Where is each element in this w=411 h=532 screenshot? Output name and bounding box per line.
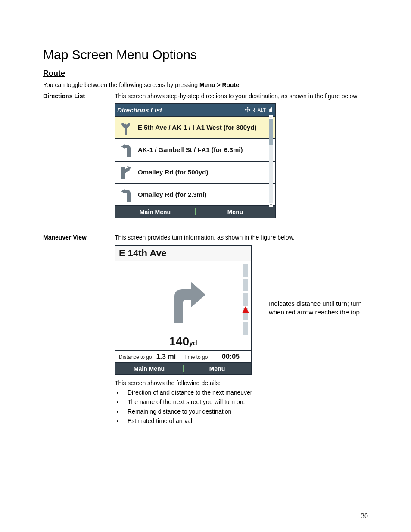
svg-rect-2 [270,109,271,112]
footer-menu-button[interactable]: Menu [196,206,275,218]
term-directions-list: Directions List [43,93,115,100]
status-bar: ALT [245,107,273,113]
maneuver-caption: Indicates distance until turn; turn when… [269,299,368,317]
distance-to-go-value: 1.3 mi [156,353,176,361]
term-maneuver-view: Maneuver View [43,234,115,241]
time-to-go-label: Time to go [184,354,208,360]
turn-progress-bar [243,264,248,336]
directions-list-header: Directions List ALT [115,104,275,116]
maneuver-info-bar: Distance to go 1.3 mi Time to go 00:05 [115,350,251,362]
ramp-right-icon [119,165,132,180]
figure-maneuver-view: E 14th Ave 140yd Distanc [115,245,252,375]
details-item: Direction of and distance to the next ma… [123,389,368,396]
figure-directions-list: Directions List ALT [115,103,276,218]
section-heading-route: Route [43,69,368,78]
bluetooth-icon [252,107,256,113]
route-intro-bold: Menu > Route [199,81,239,88]
direction-row-text: AK-1 / Gambell St / I-A1 (for 6.3mi) [136,143,275,156]
details-item: The name of the next street you will tur… [123,398,368,405]
merge-icon [119,120,132,135]
maneuver-canvas [115,261,251,339]
details-list: Direction of and distance to the next ma… [115,389,368,424]
distance-to-go-label: Distance to go [119,354,152,360]
svg-rect-3 [271,107,272,112]
progress-marker-icon [242,306,249,314]
direction-row[interactable]: E 5th Ave / AK-1 / I-A1 West (for 800yd) [115,116,275,138]
time-to-go-value: 00:05 [222,353,240,361]
desc-maneuver-view: This screen provides turn information, a… [115,234,368,241]
scroll-thumb[interactable] [269,119,273,145]
route-intro: You can toggle between the following scr… [43,81,368,88]
desc-directions-list: This screen shows step-by-step direction… [115,93,368,100]
page-number: 30 [361,512,368,520]
maneuver-footer: Main Menu Menu [115,362,251,374]
svg-rect-1 [269,109,270,112]
directions-list-header-title: Directions List [117,106,162,114]
direction-row-text: E 5th Ave / AK-1 / I-A1 West (for 800yd) [136,121,275,134]
footer-menu-button[interactable]: Menu [184,363,251,374]
footer-main-menu-button[interactable]: Main Menu [115,206,195,218]
status-alt-label: ALT [258,107,266,112]
direction-row-text: Omalley Rd (for 500yd) [136,166,275,178]
route-intro-prefix: You can toggle between the following scr… [43,81,199,88]
svg-rect-0 [268,110,268,112]
route-intro-suffix: . [239,81,241,88]
direction-row[interactable]: AK-1 / Gambell St / I-A1 (for 6.3mi) [115,138,275,161]
direction-row[interactable]: Omalley Rd (for 500yd) [115,161,275,183]
details-intro: This screen shows the following details: [115,380,368,386]
maneuver-street-name: E 14th Ave [115,246,251,261]
scroll-down-icon[interactable]: ▼ [269,203,273,207]
turn-left-icon [119,187,132,202]
directions-list-footer: Main Menu Menu [115,205,275,218]
details-item: Remaining distance to your destination [123,408,368,415]
scroll-up-icon[interactable]: ▲ [269,115,273,119]
direction-row-text: Omalley Rd (for 2.3mi) [136,188,275,201]
footer-main-menu-button[interactable]: Main Menu [115,363,183,374]
turn-left-icon [119,142,132,158]
direction-row[interactable]: Omalley Rd (for 2.3mi) [115,183,275,205]
signal-icon [267,107,273,113]
maneuver-distance-unit: yd [189,339,197,347]
move-icon [245,107,251,113]
page-title: Map Screen Menu Options [43,47,368,62]
turn-right-icon [157,277,209,324]
scrollbar[interactable]: ▲ ▼ [269,115,273,207]
details-item: Estimated time of arrival [123,417,368,424]
